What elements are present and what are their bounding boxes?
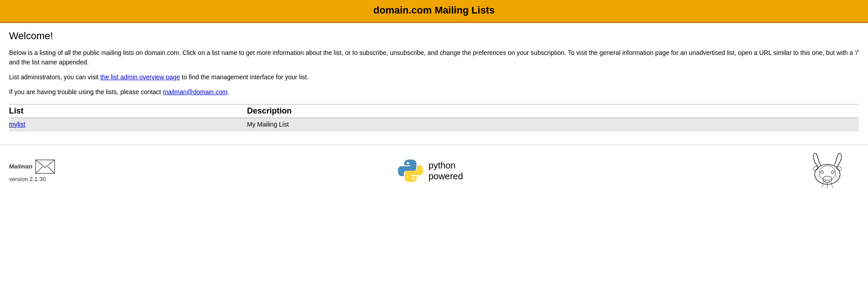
svg-point-3	[406, 162, 409, 164]
svg-point-4	[412, 177, 414, 180]
mylist-link[interactable]: mylist	[9, 121, 25, 128]
admin-text-prefix: List administrators, you can visit	[9, 73, 100, 81]
mailman-branding: Mailman version 2.1.30	[9, 159, 55, 182]
page-footer: Mailman version 2.1.30 python powered	[0, 145, 868, 196]
trouble-text-suffix: .	[227, 88, 229, 95]
list-column-header: List	[9, 106, 247, 116]
welcome-heading: Welcome!	[9, 30, 859, 42]
python-powered-label: python powered	[429, 160, 463, 182]
description-paragraph-2: List administrators, you can visit the l…	[9, 73, 859, 82]
gnu-logo	[805, 150, 859, 192]
page-title: domain.com Mailing Lists	[0, 5, 868, 16]
mailing-list-table: List Description mylist My Mailing List	[9, 104, 859, 131]
svg-point-10	[831, 171, 834, 173]
table-header-row: List Description	[9, 104, 859, 118]
python-powered-badge: python powered	[397, 157, 463, 184]
python-badge-container: python powered	[397, 157, 463, 184]
page-header: domain.com Mailing Lists	[0, 0, 868, 23]
mailman-text: Mailman	[9, 163, 32, 170]
mailman-logo: Mailman	[9, 159, 55, 174]
gnu-icon	[805, 150, 850, 190]
main-content: Welcome! Below is a listing of all the p…	[0, 23, 868, 136]
version-text: version 2.1.30	[9, 176, 46, 182]
table-row: mylist My Mailing List	[9, 118, 859, 131]
admin-text-suffix: to find the management interface for you…	[180, 73, 309, 81]
admin-overview-link[interactable]: the list admin overview page	[100, 73, 180, 81]
description-column-header: Description	[247, 106, 859, 116]
svg-point-6	[819, 166, 836, 180]
python-text: python	[429, 160, 463, 171]
svg-point-11	[823, 176, 832, 182]
list-description-cell: My Mailing List	[247, 121, 859, 128]
trouble-text-prefix: If you are having trouble using the list…	[9, 88, 163, 95]
list-name-cell: mylist	[9, 121, 247, 128]
description-paragraph-1: Below is a listing of all the public mai…	[9, 48, 859, 67]
envelope-icon	[35, 159, 55, 174]
mailman-email-link[interactable]: mailman@domain.com	[163, 88, 227, 95]
svg-point-9	[821, 171, 823, 173]
powered-text: powered	[429, 171, 463, 182]
python-logo-icon	[397, 157, 424, 184]
description-paragraph-3: If you are having trouble using the list…	[9, 87, 859, 97]
